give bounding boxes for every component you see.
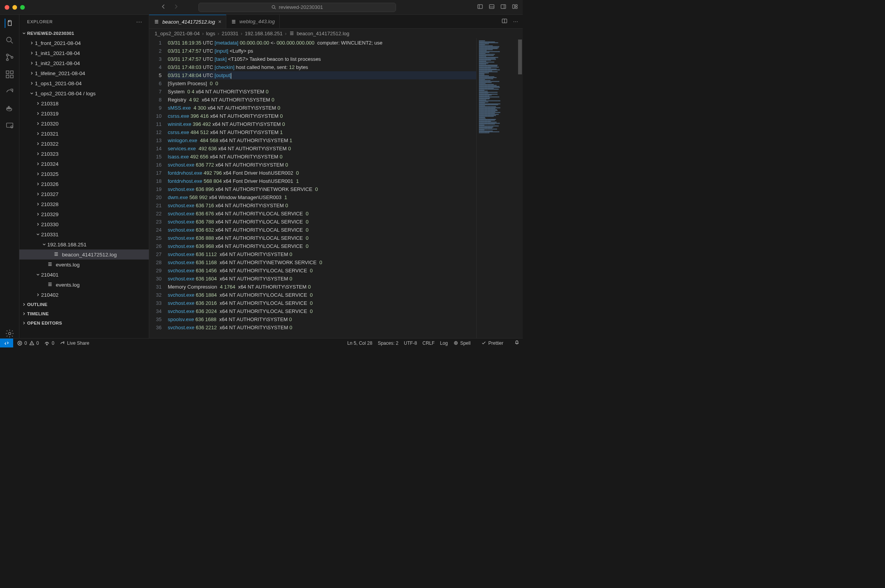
folder-item[interactable]: 210402 xyxy=(19,290,149,300)
folder-item[interactable]: 1_lifeline_2021-08-04 xyxy=(19,68,149,78)
chevron-icon xyxy=(35,141,41,147)
more-icon[interactable]: ⋯ xyxy=(136,18,143,26)
language-status[interactable]: Log xyxy=(440,340,448,346)
problems-status[interactable]: 0 0 xyxy=(17,340,39,346)
breadcrumb-segment[interactable]: beacon_414172512.log xyxy=(297,31,350,36)
folder-item[interactable]: 210330 xyxy=(19,219,149,229)
settings-gear-icon[interactable] xyxy=(5,329,14,338)
tree-item-label: 210326 xyxy=(41,181,59,187)
window-controls xyxy=(5,5,25,10)
minimize-window-icon[interactable] xyxy=(12,5,17,10)
breadcrumb-segment[interactable]: logs xyxy=(206,31,215,36)
remote-button[interactable] xyxy=(0,339,13,347)
tab-label: beacon_414172512.log xyxy=(162,19,215,25)
file-item[interactable]: events.log xyxy=(19,280,149,290)
chevron-icon xyxy=(29,90,35,96)
chevron-icon xyxy=(35,100,41,107)
sidebar-section[interactable]: TIMELINE xyxy=(19,309,149,318)
spell-status[interactable]: Spell xyxy=(453,340,471,346)
folder-item[interactable]: 210320 xyxy=(19,119,149,129)
ports-status[interactable]: 0 xyxy=(44,340,54,346)
search-icon[interactable] xyxy=(5,36,14,45)
folder-item[interactable]: 1_init1_2021-08-04 xyxy=(19,48,149,58)
tree-item-label: 210328 xyxy=(41,201,59,207)
chevron-icon xyxy=(35,151,41,157)
folder-item[interactable]: 1_init2_2021-08-04 xyxy=(19,58,149,68)
source-control-icon[interactable] xyxy=(5,53,14,62)
folder-item[interactable]: 210326 xyxy=(19,179,149,189)
tree-item-label: 1_ops2_2021-08-04 / logs xyxy=(35,91,96,96)
file-icon xyxy=(231,19,236,24)
breadcrumb-segment[interactable]: 210331 xyxy=(222,31,238,36)
minimap[interactable]: ███████████ ████████████████████████████… xyxy=(476,38,523,338)
share-icon[interactable] xyxy=(5,87,14,96)
folder-item[interactable]: 1_front_2021-08-04 xyxy=(19,38,149,48)
svg-rect-4 xyxy=(513,5,515,9)
folder-item[interactable]: 210321 xyxy=(19,129,149,139)
workspace-root[interactable]: REVIEWED-20230301 xyxy=(19,29,149,38)
folder-item[interactable]: 210328 xyxy=(19,199,149,209)
extensions-icon[interactable] xyxy=(5,70,14,79)
folder-item[interactable]: 210323 xyxy=(19,149,149,159)
cursor-position[interactable]: Ln 5, Col 28 xyxy=(347,340,372,346)
split-editor-icon[interactable] xyxy=(501,18,508,25)
notifications-icon[interactable] xyxy=(514,340,520,346)
folder-item[interactable]: 210325 xyxy=(19,169,149,179)
tree-item-label: 210401 xyxy=(41,272,59,278)
file-icon xyxy=(47,282,53,288)
folder-item[interactable]: 210327 xyxy=(19,189,149,199)
sidebar-section[interactable]: OPEN EDITORS xyxy=(19,318,149,328)
back-icon[interactable] xyxy=(160,3,167,11)
search-placeholder: reviewed-20230301 xyxy=(279,4,323,10)
forward-icon[interactable] xyxy=(173,3,179,11)
tree-item-label: 210329 xyxy=(41,211,59,217)
svg-point-24 xyxy=(46,344,48,345)
layout-icon[interactable] xyxy=(512,3,518,11)
folder-item[interactable]: 210322 xyxy=(19,139,149,149)
folder-item[interactable]: 210324 xyxy=(19,159,149,169)
maximize-window-icon[interactable] xyxy=(20,5,25,10)
tree-item-label: 1_init1_2021-08-04 xyxy=(35,50,80,56)
tree-item-label: 1_init2_2021-08-04 xyxy=(35,60,80,66)
tab-label: weblog_443.log xyxy=(239,19,275,24)
chevron-icon xyxy=(35,120,41,127)
command-center[interactable]: reviewed-20230301 xyxy=(198,3,396,12)
folder-item[interactable]: 210401 xyxy=(19,270,149,280)
explorer-icon[interactable] xyxy=(5,19,14,28)
panel-left-icon[interactable] xyxy=(477,3,483,11)
encoding-status[interactable]: UTF-8 xyxy=(404,340,417,346)
folder-item[interactable]: 192.168.168.251 xyxy=(19,239,149,249)
editor-body[interactable]: 1234567891011121314151617181920212223242… xyxy=(149,38,523,338)
docker-icon[interactable] xyxy=(5,104,14,113)
remote-explorer-icon[interactable] xyxy=(5,121,14,130)
editor-tab[interactable]: beacon_414172512.log× xyxy=(149,15,226,28)
breadcrumb[interactable]: 1_ops2_2021-08-04›logs›210331›192.168.16… xyxy=(149,29,523,38)
file-item[interactable]: beacon_414172512.log xyxy=(19,249,149,260)
close-icon[interactable]: × xyxy=(218,19,221,25)
prettier-status[interactable]: Prettier xyxy=(481,340,503,346)
indent-status[interactable]: Spaces: 2 xyxy=(378,340,398,346)
file-item[interactable]: events.log xyxy=(19,260,149,270)
folder-item[interactable]: 1_ops1_2021-08-04 xyxy=(19,78,149,88)
scrollbar[interactable] xyxy=(517,38,523,338)
sidebar-section[interactable]: OUTLINE xyxy=(19,300,149,309)
liveshare-status[interactable]: Live Share xyxy=(60,340,89,346)
tree-item-label: 210402 xyxy=(41,292,59,298)
close-window-icon[interactable] xyxy=(5,5,9,10)
eol-status[interactable]: CRLF xyxy=(422,340,434,346)
folder-item[interactable]: 1_ops2_2021-08-04 / logs xyxy=(19,88,149,98)
editor-area: beacon_414172512.log×weblog_443.log ⋯ 1_… xyxy=(149,15,523,338)
breadcrumb-segment[interactable]: 1_ops2_2021-08-04 xyxy=(155,31,200,36)
editor-tab[interactable]: weblog_443.log xyxy=(226,15,280,28)
folder-item[interactable]: 210318 xyxy=(19,98,149,108)
breadcrumb-segment[interactable]: 192.168.168.251 xyxy=(245,31,283,36)
panel-right-icon[interactable] xyxy=(500,3,506,11)
folder-item[interactable]: 210329 xyxy=(19,209,149,219)
file-icon xyxy=(289,31,294,36)
code-content[interactable]: 03/31 16:19:35 UTC [metadata] 00.000.00.… xyxy=(168,38,476,338)
folder-item[interactable]: 210331 xyxy=(19,229,149,239)
svg-point-25 xyxy=(454,341,457,344)
more-actions-icon[interactable]: ⋯ xyxy=(513,19,518,24)
folder-item[interactable]: 210319 xyxy=(19,108,149,119)
panel-bottom-icon[interactable] xyxy=(489,3,495,11)
